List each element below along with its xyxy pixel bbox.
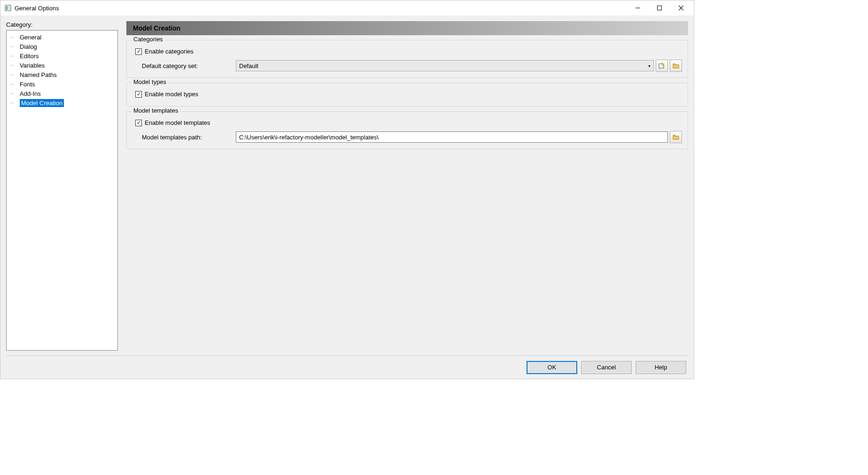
svg-rect-2	[8, 6, 10, 10]
enable-model-types-row: Enable model types	[135, 91, 682, 98]
tree-dots-icon: ····	[10, 82, 19, 86]
tree-dots-icon: ····	[10, 91, 19, 96]
edit-category-button[interactable]	[656, 60, 668, 72]
tree-dots-icon: ····	[10, 44, 19, 49]
tree-item[interactable]: ····Fonts	[7, 79, 117, 89]
enable-model-templates-checkbox[interactable]	[135, 120, 142, 126]
category-column: Category: ····General····Dialog····Edito…	[6, 21, 118, 351]
category-tree[interactable]: ····General····Dialog····Editors····Vari…	[6, 30, 118, 351]
templates-path-label: Model templates path:	[142, 134, 236, 141]
ok-button[interactable]: OK	[527, 361, 577, 374]
tree-item-label: Variables	[20, 62, 45, 69]
enable-categories-label: Enable categories	[145, 48, 194, 55]
tree-item[interactable]: ····Add-Ins	[7, 89, 117, 98]
tree-item-label: Editors	[20, 53, 39, 60]
enable-model-templates-row: Enable model templates	[135, 119, 682, 126]
close-button[interactable]	[670, 0, 692, 15]
tree-item-label: Add-Ins	[20, 90, 41, 97]
categories-group: Categories Enable categories Default cat…	[126, 40, 688, 78]
svg-rect-1	[6, 6, 8, 10]
window-title: General Options	[15, 5, 627, 12]
tree-item[interactable]: ····Variables	[7, 61, 117, 70]
tree-dots-icon: ····	[10, 63, 19, 68]
categories-legend: Categories	[132, 36, 165, 43]
model-types-legend: Model types	[132, 78, 168, 85]
page-title: Model Creation	[126, 21, 688, 35]
tree-item[interactable]: ····Model Creation	[7, 98, 117, 107]
tree-item-label: Dialog	[20, 43, 37, 50]
tree-item[interactable]: ····Editors	[7, 51, 117, 61]
default-category-combo[interactable]: Default ▾	[236, 60, 654, 71]
settings-panel: Model Creation Categories Enable categor…	[126, 21, 688, 351]
templates-path-input[interactable]	[236, 131, 668, 143]
enable-categories-row: Enable categories	[135, 48, 682, 55]
tree-item[interactable]: ····Named Paths	[7, 70, 117, 79]
tree-item-label: Model Creation	[20, 99, 64, 107]
enable-model-types-checkbox[interactable]	[135, 91, 142, 98]
model-templates-legend: Model templates	[132, 107, 180, 114]
model-types-group: Model types Enable model types	[126, 83, 688, 107]
svg-rect-0	[5, 5, 11, 11]
tree-item-label: General	[20, 34, 41, 41]
tree-dots-icon: ····	[10, 54, 19, 58]
minimize-button[interactable]	[627, 0, 649, 15]
browse-templates-button[interactable]	[670, 131, 682, 143]
window-controls	[627, 0, 692, 15]
dialog-button-bar: OK Cancel Help	[6, 355, 688, 379]
enable-model-templates-label: Enable model templates	[145, 119, 210, 126]
svg-rect-4	[658, 6, 662, 10]
default-category-value: Default	[239, 62, 648, 69]
tree-item-label: Fonts	[20, 81, 35, 88]
default-category-label: Default category set:	[142, 62, 236, 69]
browse-category-button[interactable]	[670, 60, 682, 72]
templates-path-row: Model templates path:	[142, 131, 682, 143]
model-templates-group: Model templates Enable model templates M…	[126, 111, 688, 149]
app-icon	[4, 4, 12, 12]
category-label: Category:	[6, 21, 118, 28]
cancel-button[interactable]: Cancel	[581, 361, 632, 374]
client-area: Category: ····General····Dialog····Edito…	[0, 15, 694, 379]
tree-item-label: Named Paths	[20, 71, 57, 78]
help-button[interactable]: Help	[636, 361, 686, 374]
enable-model-types-label: Enable model types	[145, 91, 198, 98]
general-options-window: General Options Category: ····General···…	[0, 0, 694, 379]
svg-point-8	[663, 63, 665, 64]
tree-dots-icon: ····	[10, 72, 19, 77]
tree-dots-icon: ····	[10, 100, 19, 105]
enable-categories-checkbox[interactable]	[135, 48, 142, 55]
tree-dots-icon: ····	[10, 35, 19, 39]
maximize-button[interactable]	[649, 0, 670, 15]
titlebar: General Options	[0, 0, 694, 15]
tree-item[interactable]: ····Dialog	[7, 42, 117, 51]
default-category-row: Default category set: Default ▾	[142, 60, 682, 72]
content-row: Category: ····General····Dialog····Edito…	[6, 21, 688, 351]
chevron-down-icon: ▾	[648, 63, 651, 69]
tree-item[interactable]: ····General	[7, 32, 117, 42]
